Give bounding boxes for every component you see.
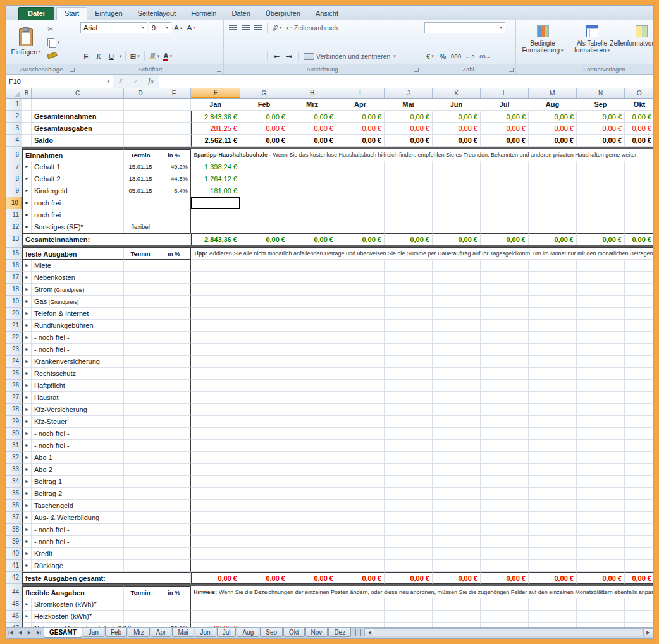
cell-K36[interactable] [433, 500, 481, 512]
cell-K47[interactable] [433, 623, 481, 627]
cell-E7[interactable]: 49,2% [157, 161, 191, 173]
cell-E17[interactable] [157, 272, 191, 284]
cell-C37[interactable]: Aus- & Weiterbildung [32, 512, 124, 524]
cell-L45[interactable] [481, 598, 529, 611]
tab-split-handle[interactable] [355, 629, 361, 636]
row-header-1[interactable]: 1 [6, 99, 22, 111]
cell-F25[interactable] [191, 368, 240, 380]
cell-D21[interactable] [124, 320, 157, 332]
column-header-B[interactable]: B [22, 88, 32, 98]
cell-O29[interactable] [625, 416, 653, 428]
cell-N2[interactable]: 0,00 € [577, 111, 625, 123]
cell-I31[interactable] [336, 440, 385, 452]
cell-M46[interactable] [529, 611, 577, 623]
cell-B35[interactable]: ► [22, 488, 32, 500]
cell-O28[interactable] [625, 404, 653, 416]
cell-J39[interactable] [385, 536, 433, 548]
cell-L27[interactable] [481, 392, 529, 404]
cell-F41[interactable] [191, 560, 240, 572]
cell-B20[interactable]: ► [22, 308, 32, 320]
cell-B24[interactable]: ► [22, 356, 32, 368]
cell-B38[interactable]: ► [22, 524, 32, 536]
cell-G40[interactable] [240, 548, 288, 560]
cell-L23[interactable] [481, 344, 529, 356]
cell-B17[interactable]: ► [22, 272, 32, 284]
cell-E46[interactable] [157, 611, 191, 623]
cell-M33[interactable] [529, 464, 577, 476]
cell-C19[interactable]: Gas (Grundpreis) [32, 296, 124, 308]
cell-M30[interactable] [529, 428, 577, 440]
cell-O41[interactable] [625, 560, 653, 572]
cell-B34[interactable]: ► [22, 476, 32, 488]
cell-C39[interactable]: - noch frei - [32, 536, 124, 548]
cell-N18[interactable] [577, 284, 625, 296]
cell-B37[interactable]: ► [22, 512, 32, 524]
cell-D17[interactable] [124, 272, 157, 284]
cell-G2[interactable]: 0,00 € [240, 111, 288, 123]
cell-F21[interactable] [191, 320, 240, 332]
shrink-font-button[interactable]: A▼ [186, 22, 198, 33]
cell-O3[interactable]: 0,00 € [625, 123, 653, 135]
cell-H30[interactable] [288, 428, 336, 440]
row-header-3[interactable]: 3 [6, 123, 22, 135]
sheet-tab-jun[interactable]: Jun [195, 628, 216, 637]
cell-J10[interactable] [385, 197, 433, 209]
cell-N39[interactable] [577, 536, 625, 548]
cell-E32[interactable] [157, 452, 191, 464]
cell-M1[interactable]: Aug [529, 99, 577, 111]
sheet-tab-mrz[interactable]: Mrz [128, 628, 150, 637]
cell-K24[interactable] [433, 356, 481, 368]
row-header-33[interactable]: 33 [6, 464, 22, 476]
cell-F45[interactable] [191, 598, 240, 611]
ribbon-tab-datei[interactable]: Datei [18, 7, 54, 20]
column-header-D[interactable]: D [124, 88, 157, 98]
cell-J31[interactable] [385, 440, 433, 452]
cell-L4[interactable]: 0,00 € [481, 135, 529, 147]
cell-M35[interactable] [529, 488, 577, 500]
scroll-right-icon[interactable]: ▶ [643, 628, 653, 636]
cell-D36[interactable] [124, 500, 157, 512]
cell-M20[interactable] [529, 308, 577, 320]
cell-L29[interactable] [481, 416, 529, 428]
cell-H41[interactable] [288, 560, 336, 572]
cell-H11[interactable] [288, 209, 336, 221]
row-header-35[interactable]: 35 [6, 488, 22, 500]
cell-F30[interactable] [191, 428, 240, 440]
cell-I34[interactable] [336, 476, 385, 488]
cell-L37[interactable] [481, 512, 529, 524]
row-header-40[interactable]: 40 [6, 548, 22, 560]
cell-B32[interactable]: ► [22, 452, 32, 464]
cell-L12[interactable] [481, 221, 529, 233]
cell-J45[interactable] [385, 598, 433, 611]
cell-G16[interactable] [240, 260, 288, 272]
font-size-select[interactable]: 9▾ [149, 22, 171, 33]
cell-J32[interactable] [385, 452, 433, 464]
cell-N34[interactable] [577, 476, 625, 488]
column-header-M[interactable]: M [529, 88, 577, 98]
cell-E9[interactable]: 6,4% [157, 185, 191, 197]
cell-F29[interactable] [191, 416, 240, 428]
cell-M17[interactable] [529, 272, 577, 284]
cell-E37[interactable] [157, 512, 191, 524]
cell-C13[interactable]: Gesamteinnahmen: [22, 233, 191, 245]
cell-M8[interactable] [529, 173, 577, 185]
cell-E38[interactable] [157, 524, 191, 536]
cell-K7[interactable] [433, 161, 481, 173]
sheet-tab-aug[interactable]: Aug [237, 628, 259, 637]
row-header-11[interactable]: 11 [6, 209, 22, 221]
cell-C11[interactable]: noch frei [32, 209, 124, 221]
insert-function-icon[interactable]: fx [148, 76, 154, 86]
row-header-44[interactable]: 44 [6, 586, 22, 598]
cell-M23[interactable] [529, 344, 577, 356]
cell-N42[interactable]: 0,00 € [577, 572, 625, 584]
cell-L46[interactable] [481, 611, 529, 623]
cancel-icon[interactable]: ✗ [118, 78, 123, 85]
cell-E11[interactable] [157, 209, 191, 221]
column-header-L[interactable]: L [481, 88, 529, 98]
cell-O2[interactable]: 0,00 € [625, 111, 653, 123]
cell-O40[interactable] [625, 548, 653, 560]
cell-O24[interactable] [625, 356, 653, 368]
cell-F40[interactable] [191, 548, 240, 560]
cell-O18[interactable] [625, 284, 653, 296]
cell-F32[interactable] [191, 452, 240, 464]
